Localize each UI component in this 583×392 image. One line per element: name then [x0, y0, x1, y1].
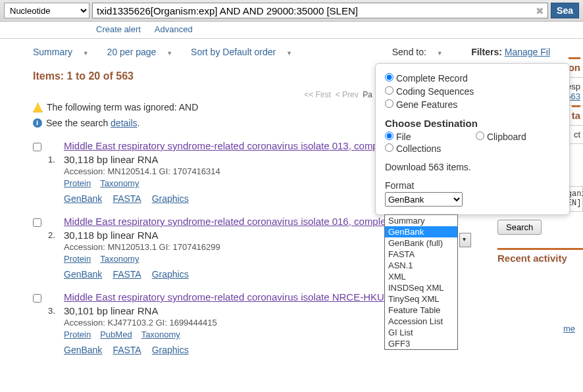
recent-activity-header: Recent activity — [497, 248, 583, 266]
fmtlink-fasta[interactable]: FASTA — [113, 269, 141, 280]
destination-option[interactable]: File — [385, 132, 464, 142]
result-length: 30,118 bp linear RNA — [64, 227, 550, 242]
sublink-protein[interactable]: Protein — [64, 330, 91, 339]
fmtlink-graphics[interactable]: Graphics — [152, 345, 189, 355]
sublink-taxonomy[interactable]: Taxonomy — [100, 254, 139, 264]
format-options-list[interactable]: SummaryGenBankGenBank (full)FASTAASN.1XM… — [384, 214, 458, 350]
warning-text: The following term was ignored: AND — [47, 102, 198, 112]
format-option[interactable]: Feature Table — [385, 305, 457, 316]
search-input[interactable] — [92, 3, 548, 18]
right-frag-me[interactable]: me — [563, 324, 575, 333]
secondary-select[interactable] — [459, 233, 471, 247]
result-title-link[interactable]: Middle East respiratory syndrome-related… — [64, 216, 386, 227]
result-title-link[interactable]: Middle East respiratory syndrome-related… — [64, 140, 386, 151]
summary-dropdown[interactable]: Summary ▼ — [33, 47, 97, 57]
format-option[interactable]: GenBank — [385, 226, 457, 237]
sublink-pubmed[interactable]: PubMed — [100, 330, 132, 339]
fmtlink-genbank[interactable]: GenBank — [64, 345, 102, 355]
format-option[interactable]: XML — [385, 271, 457, 282]
result-item: 3. Middle East respiratory syndrome-rela… — [33, 286, 550, 362]
result-accession: Accession: MN120513.1 GI: 1707416299 — [64, 242, 550, 254]
search-button[interactable]: Sea — [551, 3, 579, 18]
search-details-button[interactable]: Search — [497, 220, 542, 235]
result-index: 1. — [48, 140, 57, 164]
result-length: 30,101 bp linear RNA — [64, 303, 550, 318]
format-option[interactable]: GI List — [385, 327, 457, 338]
result-checkbox[interactable] — [33, 218, 41, 227]
sublink-protein[interactable]: Protein — [64, 254, 91, 264]
database-select[interactable]: Nucleotide — [4, 3, 89, 18]
record-option[interactable]: Complete Record — [385, 73, 468, 84]
sendto-dropdown[interactable]: Send to: ▼ — [392, 47, 451, 57]
info-text: See the search details. — [46, 118, 139, 128]
clear-search-icon[interactable]: ✖ — [536, 5, 544, 17]
details-link[interactable]: details — [111, 118, 137, 128]
fmtlink-fasta[interactable]: FASTA — [113, 345, 141, 355]
right-frag-ct: ct — [574, 130, 580, 139]
filters-label: Filters: — [471, 47, 502, 57]
format-option[interactable]: FASTA — [385, 249, 457, 260]
result-item: 2. Middle East respiratory syndrome-rela… — [33, 210, 550, 286]
result-index: 2. — [48, 216, 57, 240]
choose-destination-header: Choose Destination — [385, 111, 560, 132]
sublink-taxonomy[interactable]: Taxonomy — [141, 330, 180, 339]
result-checkbox[interactable] — [33, 143, 41, 151]
format-option[interactable]: ASN.1 — [385, 260, 457, 271]
perpage-dropdown[interactable]: 20 per page ▼ — [107, 47, 181, 57]
result-accession: Accession: KJ477103.2 GI: 1699444415 — [64, 318, 550, 330]
advanced-link[interactable]: Advanced — [155, 24, 193, 34]
format-option[interactable]: INSDSeq XML — [385, 282, 457, 293]
result-checkbox[interactable] — [33, 294, 41, 303]
format-option[interactable]: Accession List — [385, 316, 457, 327]
destination-option[interactable]: Collections — [385, 143, 464, 154]
sortby-dropdown[interactable]: Sort by Default order ▼ — [191, 47, 300, 57]
warning-icon — [33, 103, 43, 112]
format-option[interactable]: Summary — [385, 215, 457, 226]
format-option[interactable]: GFF3 — [385, 338, 457, 349]
fmtlink-graphics[interactable]: Graphics — [152, 269, 189, 280]
right-header-2: ta — [572, 105, 580, 124]
sendto-popup: Complete Record Coding Sequences Gene Fe… — [375, 63, 570, 215]
fmtlink-graphics[interactable]: Graphics — [152, 193, 189, 204]
destination-option[interactable]: Clipboard — [476, 132, 555, 142]
right-header-1: on — [569, 57, 580, 76]
record-option[interactable]: Coding Sequences — [385, 86, 474, 97]
create-alert-link[interactable]: Create alert — [96, 24, 141, 34]
format-label: Format — [385, 176, 560, 191]
manage-filters-link[interactable]: Manage Fil — [505, 47, 550, 57]
record-option[interactable]: Gene Features — [385, 99, 457, 110]
format-option[interactable]: TinySeq XML — [385, 293, 457, 305]
result-index: 3. — [48, 291, 57, 316]
fmtlink-genbank[interactable]: GenBank — [64, 193, 102, 204]
format-select[interactable]: GenBank — [385, 192, 463, 207]
result-title-link[interactable]: Middle East respiratory syndrome-related… — [64, 291, 395, 303]
fmtlink-genbank[interactable]: GenBank — [64, 269, 102, 280]
sublink-taxonomy[interactable]: Taxonomy — [100, 178, 139, 188]
download-count-text: Download 563 items. — [385, 154, 560, 176]
fmtlink-fasta[interactable]: FASTA — [113, 193, 141, 204]
format-option[interactable]: GenBank (full) — [385, 237, 457, 249]
sublink-protein[interactable]: Protein — [64, 178, 91, 188]
info-icon — [33, 118, 42, 128]
